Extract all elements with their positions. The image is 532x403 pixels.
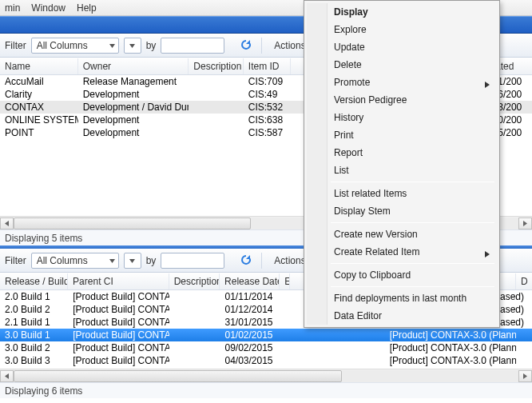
actions-label: Actions — [274, 40, 305, 51]
col-header-parentci[interactable]: Parent CI — [68, 273, 169, 289]
table-cell: 3.0 Build 1 — [0, 329, 68, 341]
table-cell: [Product Build] CONTAX — [68, 317, 169, 328]
context-menu-item[interactable]: Create new Version — [307, 225, 497, 243]
actions-label: Actions — [274, 255, 305, 266]
context-menu-separator — [331, 286, 494, 287]
context-menu-item[interactable]: Print — [307, 126, 497, 144]
table-cell: 31/01/2015 — [220, 317, 280, 328]
filter-op-combo[interactable] — [124, 253, 141, 269]
refresh-icon — [240, 38, 252, 54]
filter-column-value: All Columns — [37, 255, 88, 266]
col-header-e[interactable]: E — [280, 273, 290, 289]
filter-value-input[interactable] — [161, 253, 224, 269]
table-row[interactable]: 3.0 Build 2[Product Build] CONTAX09/02/2… — [0, 341, 532, 354]
table-row[interactable]: 3.0 Build 1[Product Build] CONTAX01/02/2… — [0, 329, 532, 341]
table-cell: Development — [78, 89, 189, 100]
context-menu-item[interactable]: Find deployments in last month — [307, 289, 497, 307]
filter-op-combo[interactable] — [124, 38, 141, 54]
table-cell: 3.0 Build 3 — [0, 355, 68, 366]
context-menu-separator — [331, 182, 494, 182]
table-cell: [Product] CONTAX-3.0 (Planned) — [385, 342, 516, 353]
table-cell: CONTAX — [0, 102, 78, 113]
filter-column-combo[interactable]: All Columns — [31, 38, 119, 54]
context-menu-item[interactable]: Create Related Item — [307, 243, 497, 261]
context-menu-item[interactable]: Version Pedigree — [307, 91, 497, 109]
table-cell: AccuMail — [0, 76, 78, 87]
table-cell: 01/12/2014 — [220, 304, 280, 315]
col-header-releasedate[interactable]: Release Date — [220, 273, 280, 289]
col-header-release[interactable]: Release / Build — [0, 273, 68, 289]
context-menu-item[interactable]: Data Editor — [307, 307, 497, 325]
table-cell: CIS:638 — [244, 114, 291, 126]
table-cell: 2.1 Build 1 — [0, 317, 68, 328]
table-cell: ONLINE SYSTEMS — [0, 114, 78, 126]
bottom-grid-status: Displaying 6 items — [0, 382, 532, 398]
context-menu-item[interactable]: Update — [307, 38, 497, 56]
col-header-name[interactable]: Name — [0, 58, 78, 74]
context-menu-item[interactable]: History — [307, 109, 497, 126]
context-menu-item[interactable]: Delete — [307, 56, 497, 74]
refresh-button[interactable] — [237, 252, 255, 269]
context-menu-separator — [331, 263, 494, 264]
filter-column-combo[interactable]: All Columns — [31, 253, 119, 269]
chevron-down-icon — [109, 258, 115, 264]
chevron-down-icon — [109, 43, 115, 49]
context-menu-separator — [331, 222, 494, 223]
context-menu-item[interactable]: Copy to Clipboard — [307, 266, 497, 284]
table-row[interactable]: 3.0 Build 3[Product Build] CONTAX04/03/2… — [0, 354, 532, 367]
filter-column-value: All Columns — [37, 40, 88, 51]
col-header-owner[interactable]: Owner — [78, 58, 189, 74]
refresh-icon — [240, 253, 252, 269]
by-label: by — [146, 255, 157, 266]
toolbar-divider — [261, 38, 262, 54]
bottom-grid-hscroll[interactable] — [0, 369, 532, 382]
refresh-button[interactable] — [237, 37, 255, 54]
table-cell: [Product Build] CONTAX — [68, 342, 169, 353]
table-cell: POINT — [0, 127, 78, 138]
scroll-left-button[interactable] — [0, 217, 14, 229]
chevron-down-icon — [129, 258, 135, 264]
table-cell: [Product] CONTAX-3.0 (Planned) — [385, 329, 516, 341]
table-cell: CIS:49 — [244, 89, 291, 100]
table-cell-tail: ased) — [495, 304, 529, 315]
by-label: by — [146, 40, 157, 51]
table-cell: CIS:532 — [244, 102, 291, 113]
context-menu-item[interactable]: Display — [307, 3, 497, 21]
table-cell: [Product Build] CONTAX — [68, 355, 169, 366]
table-cell: 3.0 Build 2 — [0, 342, 68, 353]
table-cell: 04/03/2015 — [220, 355, 280, 366]
submenu-arrow-icon — [485, 249, 490, 260]
context-menu-item[interactable]: Explore — [307, 21, 497, 38]
col-header-description[interactable]: Description — [169, 273, 220, 289]
submenu-arrow-icon — [485, 79, 490, 90]
table-cell: Release Management — [78, 76, 189, 87]
filter-value-input[interactable] — [161, 38, 224, 54]
col-header-description[interactable]: Description — [189, 58, 244, 74]
context-menu-item[interactable]: Report — [307, 144, 497, 162]
context-menu-item[interactable]: Display Stem — [307, 202, 497, 220]
scroll-right-button[interactable] — [518, 370, 532, 382]
context-menu: DisplayExploreUpdateDeletePromoteVersion… — [304, 0, 500, 328]
col-header-d[interactable]: D — [516, 273, 532, 289]
table-cell: [Product] CONTAX-3.0 (Planned) — [385, 355, 516, 366]
col-header-itemid[interactable]: Item ID — [244, 58, 291, 74]
table-cell: 09/02/2015 — [220, 342, 280, 353]
context-menu-item[interactable]: List — [307, 162, 497, 179]
table-cell-tail: ased) — [495, 291, 529, 302]
table-cell: [Product Build] CONTAX — [68, 329, 169, 341]
menu-item-window[interactable]: Window — [31, 2, 66, 14]
scroll-right-button[interactable] — [518, 217, 532, 229]
filter-label: Filter — [5, 255, 26, 266]
table-cell: Clarity — [0, 89, 78, 100]
menu-item-min[interactable]: min — [5, 2, 20, 14]
context-menu-item[interactable]: List related Items — [307, 185, 497, 202]
menu-item-help[interactable]: Help — [77, 2, 97, 14]
table-cell: 2.0 Build 2 — [0, 304, 68, 315]
table-cell-tail: ased) — [495, 317, 529, 328]
scroll-thumb[interactable] — [14, 370, 342, 382]
context-menu-item[interactable]: Promote — [307, 74, 497, 91]
scroll-left-button[interactable] — [0, 370, 14, 382]
scroll-thumb[interactable] — [14, 217, 251, 229]
table-cell: Development — [78, 114, 189, 126]
scroll-track[interactable] — [14, 370, 518, 382]
